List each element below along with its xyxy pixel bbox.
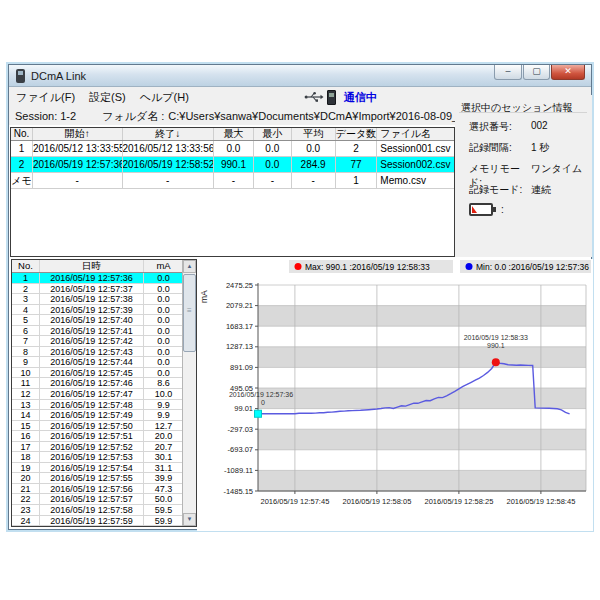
data-table-row-3[interactable]: 32016/05/19 12:57:380.0	[12, 294, 184, 305]
cell: -	[33, 173, 123, 188]
data-table-row-10[interactable]: 102016/05/19 12:57:450.0	[12, 368, 184, 379]
session-table-row-3[interactable]: メモ-----1Memo.csv	[11, 173, 454, 189]
cell: 最小	[254, 128, 292, 140]
data-table-row-9[interactable]: 92016/05/19 12:57:440.0	[12, 357, 184, 368]
close-button[interactable]: ✕	[551, 65, 585, 80]
cell: 2	[336, 141, 378, 156]
cell: mA	[144, 260, 184, 272]
data-table-row-21[interactable]: 212016/05/19 12:57:5647.3	[12, 484, 184, 495]
cell: 2016/05/19 12:57:57	[40, 494, 144, 504]
info-field-0: 選択番号:002	[469, 120, 589, 134]
data-table-header[interactable]: No.日時mA	[12, 260, 184, 273]
cell: 2016/05/19 12:57:36	[33, 157, 123, 172]
data-table-row-1[interactable]: 12016/05/19 12:57:360.0	[12, 273, 184, 284]
plot-band	[258, 429, 586, 450]
cell: 14	[12, 410, 40, 420]
cell: 2016/05/19 12:57:42	[40, 336, 144, 346]
cell: 18	[12, 452, 40, 462]
y-tick-label: 1683.17	[226, 322, 253, 331]
scrollbar-down-arrow[interactable]: ▼	[183, 513, 196, 526]
cell: 10	[12, 368, 40, 378]
info-field-value: 002	[531, 120, 548, 134]
cell: 2016/05/19 12:57:53	[40, 452, 144, 462]
title-bar[interactable]: DCmA Link – ▢ ✕	[9, 65, 591, 87]
cell: Memo.csv	[377, 173, 454, 188]
legend-min-label: Min: 0.0 :2016/05/19 12:57:36	[476, 262, 589, 272]
cell: Session001.csv	[377, 141, 454, 156]
cell: 最大	[214, 128, 254, 140]
scrollbar-up-arrow[interactable]: ▲	[183, 260, 196, 273]
data-table-row-4[interactable]: 42016/05/19 12:57:390.0	[12, 305, 184, 316]
data-table-row-11[interactable]: 112016/05/19 12:57:468.6	[12, 378, 184, 389]
data-table-row-18[interactable]: 182016/05/19 12:57:5330.1	[12, 452, 184, 463]
cell: 990.1	[214, 157, 254, 172]
data-table-row-12[interactable]: 122016/05/19 12:57:4710.0	[12, 389, 184, 400]
cell: 21	[12, 484, 40, 494]
y-tick-label: 891.09	[230, 363, 253, 372]
x-tick-label: 2016/05/19 12:58:45	[506, 497, 575, 506]
usb-icon	[304, 91, 324, 103]
cell: 2016/05/19 12:57:37	[40, 284, 144, 294]
menu-item-1[interactable]: 設定(S)	[82, 88, 133, 107]
session-table-row-2[interactable]: 22016/05/19 12:57:362016/05/19 12:58:529…	[11, 157, 454, 173]
cell: 2016/05/19 12:57:44	[40, 357, 144, 367]
info-panel-divider	[459, 112, 587, 113]
data-table-row-22[interactable]: 222016/05/19 12:57:5750.0	[12, 494, 184, 505]
cell: 20	[12, 473, 40, 483]
cell: 9	[12, 357, 40, 367]
data-table-row-23[interactable]: 232016/05/19 12:57:5859.5	[12, 505, 184, 516]
cell: 2016/05/19 12:58:52	[123, 157, 215, 172]
cell: 0.0	[144, 347, 184, 357]
menu-item-2[interactable]: ヘルプ(H)	[133, 88, 196, 107]
data-table-row-15[interactable]: 152016/05/19 12:57:5012.7	[12, 421, 184, 432]
cell: 24	[12, 516, 40, 526]
data-table-row-17[interactable]: 172016/05/19 12:57:5220.7	[12, 442, 184, 453]
cell: 39.9	[144, 473, 184, 483]
menu-item-0[interactable]: ファイル(F)	[9, 88, 82, 107]
cell: 2016/05/19 12:57:51	[40, 431, 144, 441]
cell: 12.7	[144, 421, 184, 431]
session-table-header[interactable]: No.開始↑終了↓最大最小平均データ数ファイル名	[11, 128, 454, 141]
cell: 12	[12, 389, 40, 399]
data-table-row-14[interactable]: 142016/05/19 12:57:499.9	[12, 410, 184, 421]
data-table-scrollbar[interactable]: ▲ ▼	[182, 260, 196, 526]
data-table-row-24[interactable]: 242016/05/19 12:57:5959.9	[12, 516, 184, 527]
data-table-row-5[interactable]: 52016/05/19 12:57:400.0	[12, 315, 184, 326]
data-table-row-19[interactable]: 192016/05/19 12:57:5431.1	[12, 463, 184, 474]
data-table-row-2[interactable]: 22016/05/19 12:57:370.0	[12, 284, 184, 295]
battery-status-label: :	[501, 204, 504, 215]
cell: 20.7	[144, 442, 184, 452]
cell: 3	[12, 294, 40, 304]
cell: 0.0	[144, 326, 184, 336]
cell: 0.0	[144, 357, 184, 367]
maximize-button[interactable]: ▢	[523, 65, 550, 80]
data-table-row-13[interactable]: 132016/05/19 12:57:489.9	[12, 400, 184, 411]
data-table-row-6[interactable]: 62016/05/19 12:57:410.0	[12, 326, 184, 337]
legend-max-label: Max: 990.1 :2016/05/19 12:58:33	[305, 262, 430, 272]
max-annotation-value: 990.1	[487, 342, 505, 349]
cell: 日時	[40, 260, 144, 272]
session-table-row-1[interactable]: 12016/05/12 13:33:552016/05/12 13:33:560…	[11, 141, 454, 157]
cell: 2	[12, 284, 40, 294]
data-table-row-20[interactable]: 202016/05/19 12:57:5539.9	[12, 473, 184, 484]
battery-icon	[469, 203, 493, 216]
cell: 2	[11, 157, 33, 172]
cell: 0.0	[214, 141, 254, 156]
app-window: DCmA Link – ▢ ✕ ファイル(F)設定(S)ヘルプ(H) 通信中 S…	[8, 64, 592, 530]
cell: 2016/05/19 12:57:36	[40, 273, 144, 283]
scrollbar-thumb[interactable]	[183, 274, 196, 352]
cell: Session002.csv	[377, 157, 454, 172]
cell: 59.5	[144, 505, 184, 515]
y-tick-label: 99.01	[234, 404, 253, 413]
y-tick-label: -1485.15	[223, 487, 253, 496]
cell: 2016/05/19 12:57:48	[40, 400, 144, 410]
cell: 4	[12, 305, 40, 315]
cell: 59.9	[144, 516, 184, 526]
data-table-row-8[interactable]: 82016/05/19 12:57:430.0	[12, 347, 184, 358]
minimize-button[interactable]: –	[494, 65, 522, 80]
x-tick-label: 2016/05/19 12:58:05	[342, 497, 411, 506]
cell: 2016/05/19 12:57:52	[40, 442, 144, 452]
cell: 284.9	[292, 157, 336, 172]
data-table-row-16[interactable]: 162016/05/19 12:57:5120.0	[12, 431, 184, 442]
data-table-row-7[interactable]: 72016/05/19 12:57:420.0	[12, 336, 184, 347]
